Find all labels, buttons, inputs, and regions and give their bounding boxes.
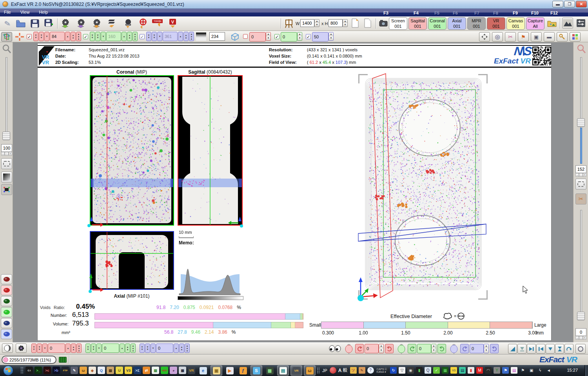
ime-language-label[interactable]: JP xyxy=(322,368,327,373)
pan-green-up-button[interactable]: ▲ xyxy=(120,343,125,353)
blue-slice-up-button[interactable]: ▲▲ xyxy=(183,32,189,41)
close-button[interactable]: ✕ xyxy=(576,1,587,7)
ime-brush-icon[interactable]: ✎ xyxy=(359,367,365,374)
terminal-green-icon[interactable]: >_ xyxy=(34,367,42,374)
start-button[interactable] xyxy=(3,365,13,376)
mouse-tool-icon[interactable]: ✎ xyxy=(71,367,78,374)
tray-phone-icon[interactable]: ▮ xyxy=(416,367,423,374)
restore-button[interactable]: ❐ xyxy=(564,1,575,7)
target-button[interactable]: ◎ xyxy=(492,32,503,42)
key-button[interactable] xyxy=(557,32,568,42)
pan-red-up-button[interactable]: ▲ xyxy=(65,343,71,353)
coronal-view[interactable] xyxy=(90,75,174,226)
rot-red-rotate-right-button[interactable] xyxy=(385,344,394,353)
tray-v3-icon[interactable]: V3 xyxy=(450,367,457,374)
red-slice-value-field[interactable]: 84 xyxy=(50,32,65,41)
ime-mode-label[interactable]: 般 xyxy=(343,367,348,374)
pan-green-up-button[interactable]: ▲▲▲ xyxy=(131,343,136,353)
menu-view[interactable]: View xyxy=(20,10,30,14)
hourglass-button[interactable] xyxy=(555,344,564,354)
ime-help-icon[interactable]: ? xyxy=(367,367,374,374)
blue-slice-up-button[interactable]: ▲▲▲ xyxy=(189,32,194,41)
rot-red-angle-field[interactable]: 0 xyxy=(365,344,379,353)
frame-button[interactable]: ▣ xyxy=(531,32,542,42)
tray-v-icon[interactable]: ▽ xyxy=(399,367,405,374)
green-axis-balloon-icon[interactable] xyxy=(397,343,406,354)
clip-red-checkbox[interactable] xyxy=(243,34,248,39)
blue-slice-value-field[interactable]: 361 xyxy=(163,32,178,41)
blue-slice-checkbox[interactable]: ✓ xyxy=(140,34,145,39)
caps-kana-block[interactable]: CAPS ⎘KANA ▾ xyxy=(377,368,387,373)
paint-icon[interactable]: ◆ xyxy=(89,367,96,374)
green-slice-up-button[interactable]: ▲▲ xyxy=(127,32,132,41)
clip-red-spinner[interactable]: ▲▼ xyxy=(266,32,271,41)
green-slice-value-field[interactable]: 160 xyxy=(106,32,121,41)
ime-pad-icon[interactable]: ツ xyxy=(350,367,357,374)
rot-red-rotate-left-button[interactable] xyxy=(355,344,364,353)
loop-button[interactable] xyxy=(564,344,573,354)
function-key-f8[interactable]: F8 xyxy=(493,11,498,15)
menu-help[interactable]: Help xyxy=(39,10,48,14)
rot-green-angle-spinner[interactable]: ▲▼ xyxy=(431,344,436,353)
firefox-taskbar-icon[interactable]: ƒ xyxy=(237,365,249,376)
import-gear-orange-icon[interactable] xyxy=(91,18,103,29)
sagittal-view-image[interactable] xyxy=(178,76,242,225)
v3-icon[interactable]: V3 xyxy=(125,367,132,374)
skip-forward-button[interactable] xyxy=(527,344,536,354)
blue-axis-balloon-icon[interactable] xyxy=(449,343,459,354)
function-key-f4[interactable]: F4 xyxy=(414,11,419,15)
zoom-2d-slider-track[interactable] xyxy=(5,57,7,134)
save-as-icon[interactable] xyxy=(43,18,55,29)
void-dark-red-button[interactable] xyxy=(1,274,12,284)
function-key-f9[interactable]: F9 xyxy=(513,11,518,15)
taskbar-clock[interactable]: 15:27 xyxy=(567,368,578,372)
blue-slice-down-button[interactable]: ▼▼ xyxy=(146,32,151,41)
rot-green-rotate-right-button[interactable] xyxy=(437,344,446,353)
gray-value-field[interactable]: 234 xyxy=(209,32,225,41)
tray-temp-icon[interactable]: ▮ xyxy=(468,367,474,374)
clip-green-checkbox[interactable]: ✓ xyxy=(274,34,279,39)
red-slice-down-button[interactable]: ▼▼ xyxy=(33,32,38,41)
explorer-taskbar-icon[interactable]: ▣ xyxy=(211,365,222,376)
pan-blue-down-button[interactable]: ▼ xyxy=(151,343,156,353)
import-gear-purple-icon[interactable] xyxy=(75,18,87,29)
pan-red-down-button[interactable]: ▼▼ xyxy=(37,343,42,353)
powershell-icon[interactable]: >Σ xyxy=(134,367,141,374)
vr-small-icon[interactable]: VR xyxy=(188,367,195,374)
red-slice-checkbox[interactable]: ✓ xyxy=(27,34,32,39)
new-edit-icon[interactable]: ✎ xyxy=(2,18,13,29)
skype-taskbar-icon[interactable]: S xyxy=(250,365,262,376)
exfact-vr-taskbar-icon[interactable]: VR xyxy=(290,365,302,376)
view-button-sagittal[interactable]: Sagittal001 xyxy=(408,17,427,30)
function-key-f3[interactable]: F3 xyxy=(383,11,388,15)
green-slice-down-button[interactable]: ▼▼ xyxy=(95,32,100,41)
show-desktop-button[interactable] xyxy=(584,365,588,376)
canvas-width-spinner[interactable]: ▲▼ xyxy=(314,19,319,27)
step-corner-button[interactable] xyxy=(508,344,517,354)
tray-disc-icon[interactable]: ◉ xyxy=(407,367,414,374)
function-key-f12[interactable]: F12 xyxy=(550,11,558,15)
clip-blue-field[interactable]: 50 xyxy=(312,32,328,42)
clip-slider-track[interactable] xyxy=(580,210,582,314)
cmd-icon[interactable]: C:\ xyxy=(25,367,33,374)
pan-green-down-button[interactable]: ▼▼ xyxy=(85,343,91,353)
view-button-canvas[interactable]: Canvas001 xyxy=(506,17,525,30)
cat-taskbar-icon[interactable]: ω xyxy=(304,365,316,376)
tray-m-icon[interactable]: M xyxy=(476,367,483,374)
view-button-axial[interactable]: Axial001 xyxy=(448,17,466,30)
green-slice-down-button[interactable]: ▼ xyxy=(101,32,106,41)
pan-blue-value-field[interactable]: 0 xyxy=(156,343,173,353)
green-slice-up-button[interactable]: ▲▲▲ xyxy=(132,32,138,41)
ie-taskbar-icon[interactable]: e xyxy=(197,365,209,376)
green-slice-down-button[interactable]: ▼▼ xyxy=(90,32,95,41)
zoom-3d-mini-buttons[interactable]: -·+ xyxy=(575,173,586,177)
tray-check-icon[interactable]: ✓ xyxy=(433,367,440,374)
clip-blue-checkbox[interactable]: ✓ xyxy=(306,34,311,39)
new-page-button[interactable] xyxy=(350,18,360,28)
fit-view-button[interactable] xyxy=(1,158,12,169)
pan-red-down-button[interactable]: ▼▼ xyxy=(31,343,36,353)
contrast-ball-button[interactable] xyxy=(2,343,13,353)
clip-red-field[interactable]: 0 xyxy=(249,32,266,42)
canvas-height-spinner[interactable]: ▲▼ xyxy=(343,19,348,27)
tray-sync-icon[interactable]: ↻ xyxy=(390,367,397,374)
